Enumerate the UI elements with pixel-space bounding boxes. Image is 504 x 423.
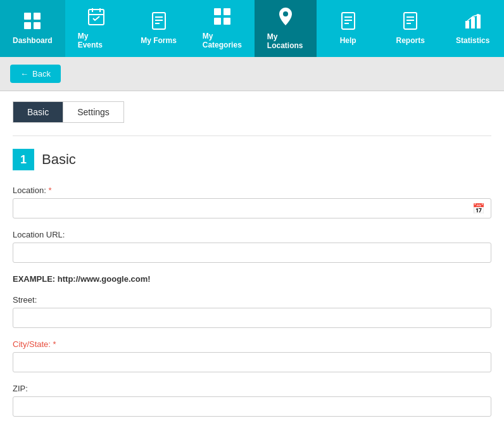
reports-icon [403,12,418,32]
help-icon [341,12,356,32]
dashboard-icon [23,12,41,32]
nav-label-my-events: My Events [78,32,115,49]
my-events-icon [88,8,104,28]
zip-input[interactable] [13,396,491,417]
calendar-icon: 📅 [472,203,485,215]
location-label: Location: * [13,186,491,195]
city-state-required-star: * [53,339,56,349]
section-title: Basic [42,151,76,168]
city-state-input[interactable] [13,352,491,372]
main-content: Basic Settings 1 Basic Location: * 📅 Loc… [0,91,504,423]
svg-rect-0 [24,13,31,20]
location-required-star: * [48,186,51,195]
svg-rect-4 [89,9,104,25]
back-button-label: Back [32,69,51,79]
city-state-label-text: City/State: [13,339,51,349]
back-bar: ← Back [0,57,504,91]
my-forms-icon [151,12,167,32]
nav-label-my-forms: My Forms [141,36,177,45]
svg-rect-13 [224,8,230,15]
nav-label-my-locations: My Locations [267,32,305,50]
zip-field-group: ZIP: [13,384,491,417]
nav-label-my-categories: My Categories [203,32,242,49]
tab-basic[interactable]: Basic [13,102,63,122]
nav-item-statistics[interactable]: Statistics [441,0,504,57]
location-input-wrap: 📅 [13,198,491,218]
street-input[interactable] [13,308,491,328]
section-header: 1 Basic [13,149,491,170]
example-text: EXAMPLE: http://www.google.com! [13,274,491,284]
my-categories-icon [213,8,231,28]
nav-label-reports: Reports [396,36,425,45]
zip-label: ZIP: [13,384,491,393]
tab-group: Basic Settings [13,101,124,123]
svg-rect-3 [34,22,41,29]
my-locations-icon [279,7,293,28]
location-url-field-group: Location URL: [13,230,491,263]
svg-rect-14 [214,18,221,25]
location-field-group: Location: * 📅 [13,186,491,218]
street-field-group: Street: [13,295,491,328]
nav-item-my-events[interactable]: My Events [65,0,128,57]
svg-rect-2 [24,22,31,29]
city-state-label: City/State: * [13,339,491,349]
nav-label-help: Help [340,36,356,45]
divider [13,136,491,136]
svg-rect-25 [465,21,469,28]
location-url-input[interactable] [13,243,491,263]
location-url-label: Location URL: [13,230,491,239]
nav-item-my-forms[interactable]: My Forms [127,0,190,57]
section-number: 1 [13,149,34,170]
svg-rect-26 [471,17,475,28]
location-input[interactable] [13,198,491,218]
nav-label-dashboard: Dashboard [13,36,53,45]
back-button[interactable]: ← Back [10,65,61,83]
navbar: Dashboard My Events My Forms [0,0,504,57]
svg-rect-27 [477,15,481,28]
tab-settings[interactable]: Settings [63,102,123,122]
svg-rect-1 [34,13,41,20]
nav-item-help[interactable]: Help [317,0,379,57]
nav-item-my-categories[interactable]: My Categories [190,0,255,57]
nav-label-statistics: Statistics [456,36,489,45]
svg-point-16 [283,11,288,16]
street-label: Street: [13,295,491,305]
nav-item-dashboard[interactable]: Dashboard [0,0,65,57]
svg-rect-12 [214,8,221,15]
svg-rect-15 [224,18,230,25]
statistics-icon [464,12,482,32]
city-state-field-group: City/State: * [13,339,491,372]
nav-item-reports[interactable]: Reports [379,0,442,57]
nav-item-my-locations[interactable]: My Locations [255,0,317,57]
back-arrow-icon: ← [20,69,28,79]
